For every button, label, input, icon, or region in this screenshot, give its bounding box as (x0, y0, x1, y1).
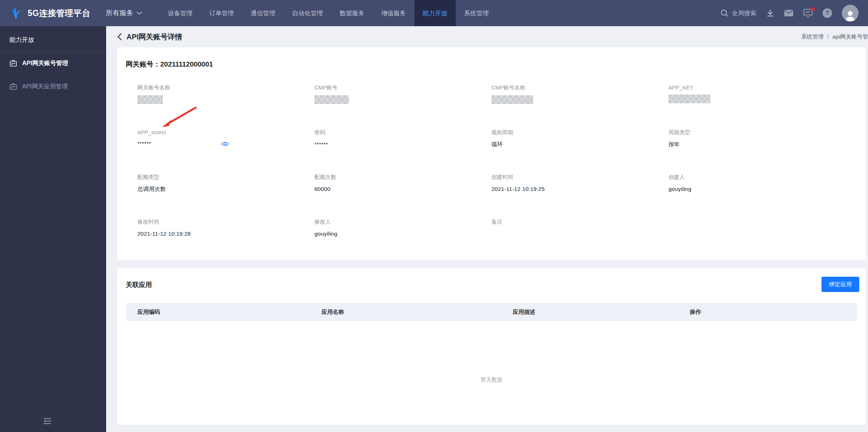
field-value: 按年 (668, 141, 680, 148)
detail-field: 创建时间 2021-11-12 10:19:25 (491, 174, 668, 219)
all-services-menu[interactable]: 所有服务 (106, 0, 142, 26)
nav-menu-item-label: 通信管理 (251, 9, 276, 17)
field-value: 2021-11-12 10:19:28 (137, 231, 191, 237)
back-icon[interactable] (117, 33, 122, 41)
nav-menu-item-label: 能力开放 (423, 9, 447, 17)
field-label: 创建时间 (491, 174, 668, 181)
nav-menu-item-label: 系统管理 (464, 9, 489, 17)
detail-field: 备注 (491, 219, 668, 263)
field-label: 创建人 (668, 174, 845, 181)
field-value: ****** (314, 141, 328, 148)
detail-field: CMP账号名称 (491, 84, 668, 129)
breadcrumb: 系统管理 / api网关账号管理 (801, 26, 868, 47)
related-apps-title: 关联应用 (126, 280, 857, 289)
detail-field: 周期类型 按年 (668, 129, 845, 174)
breadcrumb-item-current[interactable]: api网关账号管理 (832, 33, 868, 41)
field-label: 配额次数 (314, 174, 491, 181)
redacted-value-block (137, 95, 163, 104)
field-label: CMP账号名称 (491, 84, 668, 91)
navbar-right: 全局搜索 ? (720, 5, 859, 21)
breadcrumb-separator: / (827, 33, 829, 40)
gateway-account-title: 网关账号：20211112000001 (126, 60, 857, 69)
field-label: 规则周期 (491, 129, 668, 136)
sidebar-title: 能力开放 (0, 26, 106, 51)
redacted-value-block (314, 95, 349, 104)
table-column-header: 应用名称 (321, 308, 513, 316)
field-label: APP_KEY (668, 84, 845, 91)
page-title: API网关账号详情 (126, 32, 182, 42)
field-value: 60000 (314, 186, 330, 192)
all-services-label: 所有服务 (106, 8, 133, 18)
field-value: ****** (137, 140, 151, 147)
nav-menu-item[interactable]: 自动化管理 (284, 0, 331, 26)
detail-field: 配额类型 总调用次数 (137, 174, 314, 219)
nav-menu-item[interactable]: 设备管理 (160, 0, 201, 26)
sidebar-item-label: API网关应用管理 (22, 83, 68, 91)
field-label: CMP账号 (314, 84, 491, 91)
detail-field: 密码 ****** (314, 129, 491, 174)
redacted-value-block (491, 95, 533, 104)
sidebar-item-label: API网关账号管理 (22, 59, 68, 67)
detail-field: CMP账号 (314, 84, 491, 129)
help-icon[interactable]: ? (823, 8, 832, 18)
monitor-icon[interactable] (803, 9, 813, 17)
nav-menu-item-label: 自动化管理 (292, 9, 323, 17)
main-content: API网关账号详情 系统管理 / api网关账号管理 网关账号：20211112… (106, 26, 868, 432)
nav-menu-item[interactable]: 通信管理 (242, 0, 284, 26)
breadcrumb-item[interactable]: 系统管理 (801, 33, 824, 41)
user-avatar[interactable] (842, 5, 859, 21)
clipboard-icon (9, 60, 17, 67)
nav-menu-item[interactable]: 能力开放 (414, 0, 456, 26)
sidebar-item[interactable]: API网关应用管理 (0, 75, 106, 98)
table-column-header: 操作 (690, 308, 845, 316)
top-navbar: 5G连接管理平台 所有服务 设备管理 订单管理 通信管理 (0, 0, 868, 26)
download-icon[interactable] (766, 9, 774, 17)
detail-field: 创建人 gouyiling (668, 174, 845, 219)
field-value: gouyiling (314, 231, 337, 237)
sidebar-item[interactable]: API网关账号管理 (0, 52, 106, 75)
brand: 5G连接管理平台 (8, 5, 91, 21)
eye-icon[interactable] (221, 141, 229, 147)
brand-title: 5G连接管理平台 (28, 8, 91, 19)
field-value: 循环 (491, 141, 503, 148)
field-value: 2021-11-12 10:19:25 (491, 186, 545, 192)
clipboard-icon (9, 83, 17, 91)
field-label: APP_screct (137, 129, 314, 135)
nav-menu-item-label: 增值服务 (381, 9, 406, 17)
detail-field: 规则周期 循环 (491, 129, 668, 174)
chevron-down-icon (137, 11, 142, 15)
global-search[interactable]: 全局搜索 (720, 9, 756, 17)
detail-field: 网关账号名称 (137, 84, 314, 129)
nav-menu-item[interactable]: 数据服务 (331, 0, 373, 26)
sidebar-menu: API网关账号管理 API网关应用管理 (0, 52, 106, 98)
field-label: 周期类型 (668, 129, 845, 136)
nav-menu-item-label: 数据服务 (340, 9, 365, 17)
page-header: API网关账号详情 系统管理 / api网关账号管理 (106, 26, 868, 47)
field-value: gouyiling (668, 186, 691, 192)
notification-badge-dot (811, 7, 815, 11)
related-apps-card: 关联应用 绑定应用 应用编码 应用名称 应用描述 操作 暂无数据 (117, 268, 866, 425)
search-icon (720, 9, 728, 17)
detail-field: APP_KEY (668, 84, 845, 129)
nav-menu-item-label: 订单管理 (209, 9, 234, 17)
detail-fields-grid: 网关账号名称 (137, 84, 845, 263)
field-label: 修改人 (314, 219, 491, 225)
nav-menu-item[interactable]: 增值服务 (373, 0, 414, 26)
gateway-account-detail-card: 网关账号：20211112000001 网关账号名称 (117, 47, 866, 260)
nav-menu-item[interactable]: 系统管理 (456, 0, 497, 26)
global-search-label: 全局搜索 (732, 9, 756, 17)
mail-icon[interactable] (784, 9, 793, 17)
brand-logo-icon (8, 5, 23, 21)
field-label: 网关账号名称 (137, 84, 314, 91)
sidebar: 能力开放 API网关账号管理 (0, 26, 106, 432)
detail-field: 修改人 gouyiling (314, 219, 491, 263)
bind-app-button[interactable]: 绑定应用 (821, 277, 859, 292)
field-label: 配额类型 (137, 174, 314, 181)
nav-menu-item[interactable]: 订单管理 (201, 0, 242, 26)
redacted-value-block (668, 95, 710, 103)
menu-fold-icon[interactable] (43, 417, 52, 426)
field-label: 修改时间 (137, 219, 314, 225)
detail-field: 配额次数 60000 (314, 174, 491, 219)
field-value: 总调用次数 (137, 185, 166, 193)
empty-state-text: 暂无数据 (126, 376, 857, 383)
